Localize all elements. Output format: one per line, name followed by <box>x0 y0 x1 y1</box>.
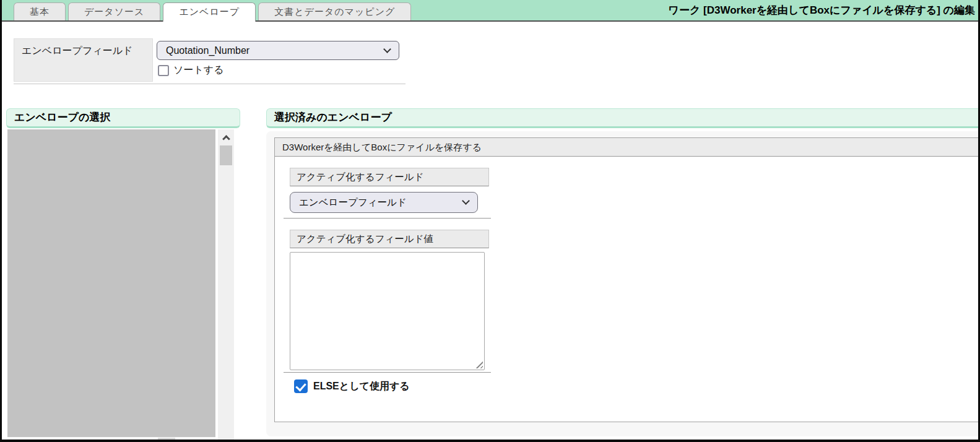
sort-option-row: ソートする <box>158 64 224 77</box>
activate-value-section: アクティブ化するフィールド値 <box>284 230 491 373</box>
vertical-scrollbar-thumb[interactable] <box>220 145 232 165</box>
section-separator <box>14 84 405 84</box>
tab-envelope[interactable]: エンベロープ <box>163 2 256 22</box>
sort-checkbox-label: ソートする <box>173 64 224 77</box>
activate-field-label: アクティブ化するフィールド <box>290 168 489 186</box>
else-checkbox[interactable] <box>294 379 308 393</box>
tab-basic[interactable]: 基本 <box>14 2 66 20</box>
activate-value-textarea[interactable] <box>290 252 485 370</box>
selected-envelope-container: D3Workerを経由してBoxにファイルを保存する アクティブ化するフィールド… <box>266 131 980 436</box>
envelope-field-select[interactable]: Quotation_Number <box>157 41 399 60</box>
tab-document-data-mapping[interactable]: 文書とデータのマッピング <box>258 2 411 20</box>
envelope-card-title: D3Workerを経由してBoxにファイルを保存する <box>275 138 980 157</box>
window-border-bottom <box>0 440 980 442</box>
activate-field-select-value: エンベロープフィールド <box>299 196 463 209</box>
envelope-selection-header: エンベロープの選択 <box>6 108 240 128</box>
chevron-down-icon <box>462 197 470 205</box>
envelope-field-label: エンベロープフィールド <box>14 38 153 82</box>
else-option-row: ELSEとして使用する <box>294 379 980 393</box>
tab-datasource[interactable]: データソース <box>68 2 160 20</box>
resize-grip-icon[interactable] <box>474 360 483 368</box>
activate-field-select[interactable]: エンベロープフィールド <box>290 192 478 213</box>
envelope-card-body: アクティブ化するフィールド エンベロープフィールド アクティブ化するフィールド値… <box>275 157 980 393</box>
scroll-up-icon[interactable] <box>218 132 234 143</box>
envelope-field-select-value: Quotation_Number <box>166 45 384 56</box>
activate-field-section: アクティブ化するフィールド エンベロープフィールド <box>284 168 491 219</box>
tab-bar: 基本 データソース エンベロープ 文書とデータのマッピング ワーク [D3Wor… <box>0 0 980 22</box>
app-window: 基本 データソース エンベロープ 文書とデータのマッピング ワーク [D3Wor… <box>0 0 980 442</box>
envelope-card: D3Workerを経由してBoxにファイルを保存する アクティブ化するフィールド… <box>274 137 980 422</box>
activate-value-label: アクティブ化するフィールド値 <box>290 230 489 248</box>
envelope-selection-list[interactable] <box>7 129 215 437</box>
selected-envelope-header: 選択済みのエンベロープ <box>266 108 980 128</box>
vertical-scrollbar[interactable] <box>218 129 234 440</box>
page-title: ワーク [D3Workerを経由してBoxにファイルを保存する] の編集 <box>669 0 975 20</box>
window-border-left <box>0 0 2 442</box>
tab-strip: 基本 データソース エンベロープ 文書とデータのマッピング <box>14 0 411 22</box>
else-checkbox-label: ELSEとして使用する <box>313 380 410 393</box>
sort-checkbox[interactable] <box>158 65 169 76</box>
chevron-down-icon <box>383 45 391 53</box>
